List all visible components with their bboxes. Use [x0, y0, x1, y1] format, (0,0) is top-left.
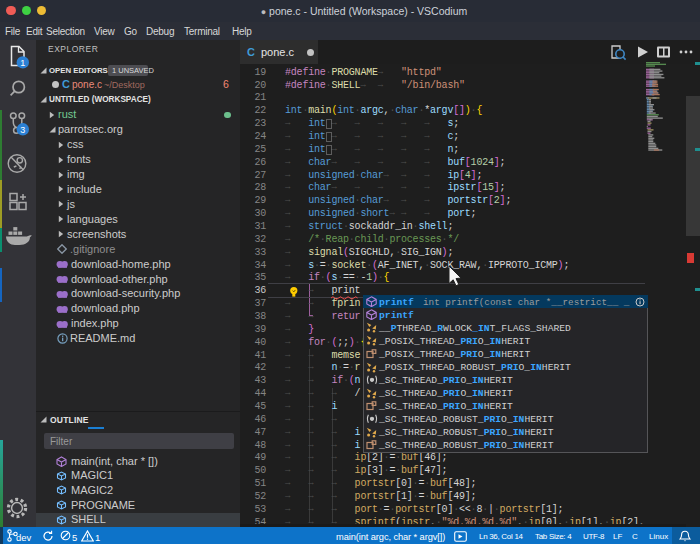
- svg-text:3: 3: [20, 125, 25, 135]
- svg-text:1: 1: [20, 58, 25, 68]
